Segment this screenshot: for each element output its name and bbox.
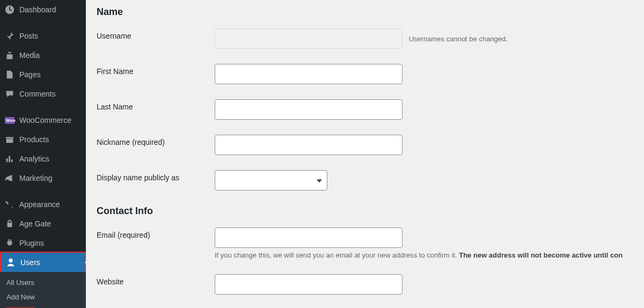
marketing-icon (4, 173, 15, 184)
email-description: If you change this, we will send you an … (215, 251, 633, 259)
sidebar-item-analytics[interactable]: Analytics (0, 149, 86, 168)
last-name-label: Last Name (97, 99, 215, 111)
username-label: Username (97, 28, 215, 40)
sidebar-label: Appearance (19, 200, 60, 209)
row-display-name: Display name publicly as (97, 170, 633, 190)
row-email: Email (required) If you change this, we … (97, 228, 633, 259)
lock-icon (4, 218, 15, 229)
nickname-label: Nickname (required) (97, 135, 215, 146)
last-name-input[interactable] (215, 99, 402, 120)
products-icon (4, 134, 15, 145)
sidebar-item-marketing[interactable]: Marketing (0, 168, 86, 188)
row-website: Website (97, 274, 633, 295)
sidebar-item-posts[interactable]: Posts (0, 26, 86, 46)
sidebar-label: Media (19, 51, 40, 60)
sidebar-item-dashboard[interactable]: Dashboard (0, 0, 86, 19)
website-input[interactable] (215, 274, 402, 295)
sidebar-item-pages[interactable]: Pages (0, 65, 86, 84)
sidebar-label: Analytics (19, 155, 49, 163)
analytics-icon (4, 153, 15, 164)
pin-icon (4, 31, 15, 41)
first-name-label: First Name (97, 64, 215, 76)
section-heading-contact: Contact Info (97, 206, 633, 217)
highlight-users: Users (0, 252, 86, 273)
sidebar-label: Users (20, 258, 40, 267)
sidebar-item-appearance[interactable]: Appearance (0, 195, 86, 214)
username-hint: Usernames cannot be changed. (409, 35, 508, 43)
sidebar-item-media[interactable]: Media (0, 46, 86, 65)
row-nickname: Nickname (required) (97, 135, 633, 155)
username-input (215, 28, 402, 49)
submenu-item-profile[interactable]: Profile (0, 304, 86, 308)
display-name-select[interactable] (215, 170, 327, 190)
first-name-input[interactable] (215, 64, 402, 84)
sidebar-label: Age Gate (19, 219, 51, 228)
menu-separator (0, 104, 86, 111)
woocommerce-icon: Woo (4, 115, 15, 126)
sidebar-item-age-gate[interactable]: Age Gate (0, 214, 86, 233)
sidebar-item-plugins[interactable]: Plugins (0, 233, 86, 253)
row-first-name: First Name (97, 64, 633, 84)
sidebar-label: WooCommerce (19, 116, 71, 124)
users-submenu: All Users Add New Profile (0, 272, 86, 308)
sidebar-label: Comments (19, 90, 56, 98)
display-name-label: Display name publicly as (97, 170, 215, 182)
dashboard-icon (4, 4, 15, 15)
sidebar-label: Products (19, 135, 49, 144)
admin-sidebar: Dashboard Posts Media Pages Comments Woo… (0, 0, 86, 308)
pages-icon (4, 69, 15, 80)
nickname-input[interactable] (215, 135, 402, 155)
menu-separator (0, 19, 86, 26)
sidebar-label: Dashboard (19, 5, 56, 14)
sidebar-item-woocommerce[interactable]: Woo WooCommerce (0, 111, 86, 130)
sidebar-item-users[interactable]: Users (1, 253, 85, 272)
menu-separator (0, 188, 86, 195)
email-input[interactable] (215, 228, 402, 248)
sidebar-label: Pages (19, 70, 41, 79)
comments-icon (4, 89, 15, 99)
section-heading-name: Name (97, 6, 633, 18)
row-last-name: Last Name (97, 99, 633, 120)
plugins-icon (4, 238, 15, 248)
sidebar-label: Posts (19, 32, 38, 40)
users-icon (5, 257, 16, 268)
email-label: Email (required) (97, 228, 215, 239)
media-icon (4, 50, 15, 61)
sidebar-item-products[interactable]: Products (0, 130, 86, 149)
sidebar-label: Marketing (19, 174, 52, 182)
appearance-icon (4, 199, 15, 210)
content-area: Name Username Usernames cannot be change… (86, 0, 644, 308)
sidebar-label: Plugins (19, 239, 44, 247)
submenu-item-all-users[interactable]: All Users (0, 275, 86, 290)
sidebar-item-comments[interactable]: Comments (0, 84, 86, 104)
submenu-item-add-new[interactable]: Add New (0, 290, 86, 304)
website-label: Website (97, 274, 215, 286)
row-username: Username Usernames cannot be changed. (97, 28, 633, 49)
